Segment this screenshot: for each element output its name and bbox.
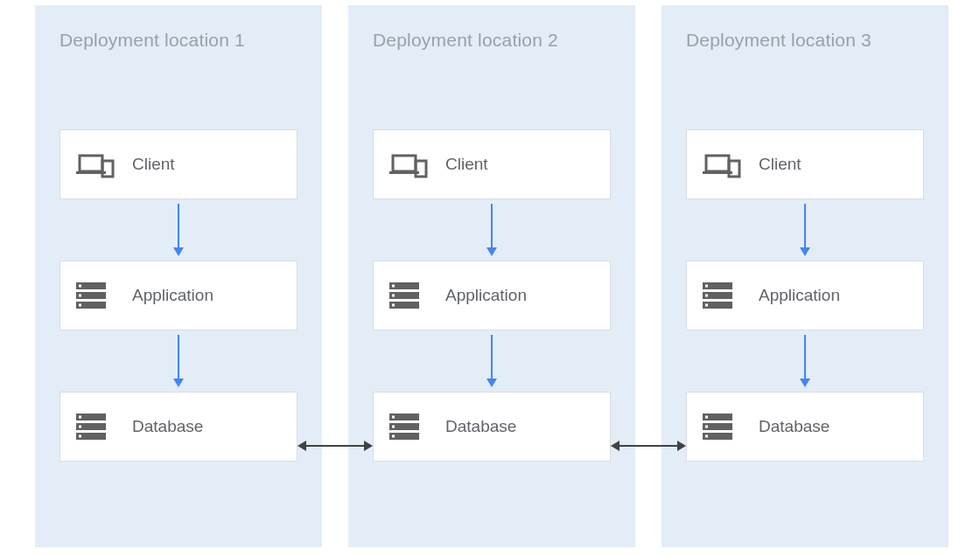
node-label: Client <box>132 155 175 174</box>
server-icon <box>703 414 745 440</box>
client-node: Client <box>373 129 611 199</box>
arrow-down-icon <box>686 199 924 261</box>
node-label: Application <box>759 286 840 305</box>
server-icon <box>76 414 118 440</box>
deployment-column-2: Deployment location 2 Client Application… <box>348 5 635 547</box>
database-node: Database <box>373 392 611 462</box>
sync-arrow-icon <box>611 437 686 458</box>
column-title: Deployment location 3 <box>686 30 924 51</box>
diagram-canvas: Deployment location 1 Client Application… <box>35 5 945 547</box>
client-node: Client <box>60 129 298 199</box>
server-icon <box>389 414 431 440</box>
column-title: Deployment location 1 <box>60 30 298 51</box>
server-icon <box>703 282 745 309</box>
arrow-down-icon <box>686 330 924 392</box>
node-label: Client <box>445 155 488 174</box>
application-node: Application <box>686 261 924 330</box>
column-title: Deployment location 2 <box>373 30 611 51</box>
database-node: Database <box>60 392 298 462</box>
arrow-down-icon <box>60 199 298 261</box>
client-node: Client <box>686 129 924 199</box>
node-label: Application <box>445 286 527 305</box>
arrow-down-icon <box>373 199 611 261</box>
node-label: Application <box>132 286 214 305</box>
arrow-down-icon <box>60 330 298 392</box>
server-icon <box>389 282 431 309</box>
arrow-down-icon <box>373 330 611 392</box>
node-label: Database <box>132 417 203 436</box>
deployment-column-1: Deployment location 1 Client Application… <box>35 5 322 547</box>
database-node: Database <box>686 392 924 462</box>
client-icon <box>389 150 431 178</box>
application-node: Application <box>373 261 611 330</box>
client-icon <box>76 150 118 178</box>
server-icon <box>76 282 118 309</box>
client-icon <box>703 150 745 178</box>
deployment-column-3: Deployment location 3 Client Application… <box>662 5 948 547</box>
node-label: Database <box>445 417 516 436</box>
node-label: Database <box>759 417 830 436</box>
application-node: Application <box>60 261 298 330</box>
node-label: Client <box>759 155 802 174</box>
sync-arrow-icon <box>298 437 373 458</box>
